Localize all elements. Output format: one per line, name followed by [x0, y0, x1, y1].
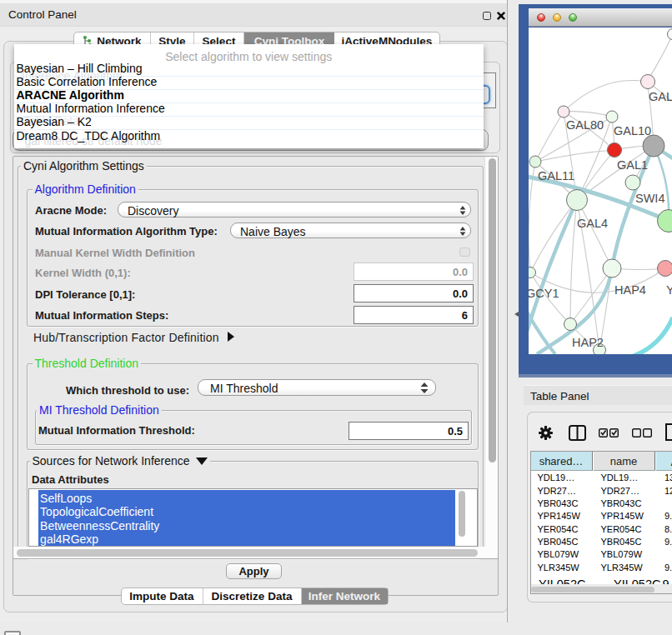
svg-text:GAL10: GAL10	[614, 124, 651, 138]
svg-text:Y: Y	[666, 283, 672, 297]
svg-text:GAL80: GAL80	[566, 118, 604, 132]
svg-text:GCY1: GCY1	[529, 287, 559, 300]
svg-text:HAP2: HAP2	[572, 336, 604, 349]
svg-text:GAL1: GAL1	[617, 158, 648, 172]
svg-text:GAL4: GAL4	[577, 217, 608, 230]
svg-text:GAL11: GAL11	[538, 169, 574, 182]
svg-text:GAL7: GAL7	[649, 90, 672, 103]
svg-text:HAP4: HAP4	[614, 283, 646, 297]
svg-text:SWI4: SWI4	[635, 192, 664, 205]
